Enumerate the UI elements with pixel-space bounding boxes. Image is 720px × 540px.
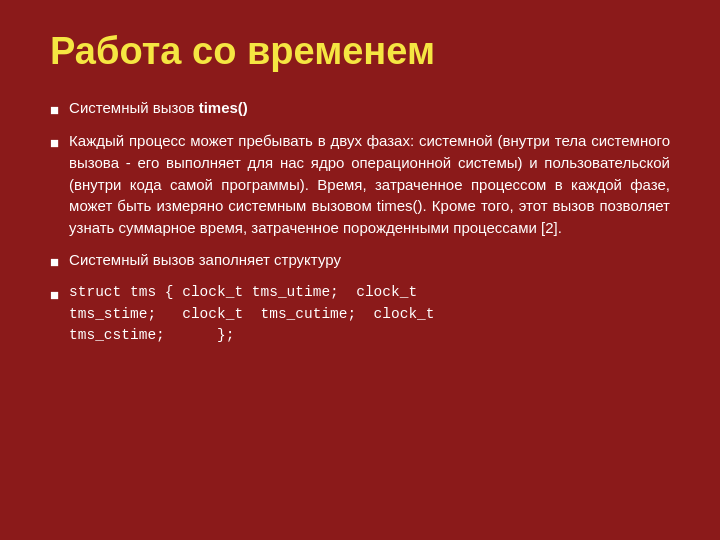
code-block: struct tms { clock_t tms_utime; clock_t … [69,282,434,347]
slide-title: Работа со временем [50,30,670,73]
slide-content: ■ Системный вызов times() ■ Каждый проце… [50,97,670,510]
bullet-marker-2: ■ [50,132,59,153]
bullet-marker-1: ■ [50,99,59,120]
bullet-item-3: ■ Системный вызов заполняет структуру [50,249,670,272]
bullet-item-2: ■ Каждый процесс может пребывать в двух … [50,130,670,239]
bullet-item-1: ■ Системный вызов times() [50,97,670,120]
bullet-text-3: Системный вызов заполняет структуру [69,249,341,271]
bullet-text-1: Системный вызов times() [69,97,248,119]
bullet-item-4: ■ struct tms { clock_t tms_utime; clock_… [50,282,670,347]
bullet-marker-4: ■ [50,284,59,305]
bullet-text-2: Каждый процесс может пребывать в двух фа… [69,130,670,239]
slide: Работа со временем ■ Системный вызов tim… [0,0,720,540]
bullet-marker-3: ■ [50,251,59,272]
